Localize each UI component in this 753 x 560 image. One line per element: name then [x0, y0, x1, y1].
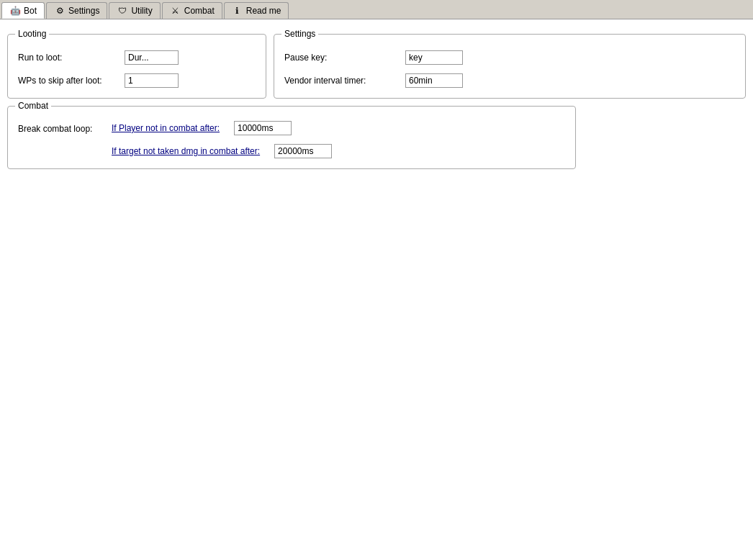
combat-condition-1-row: If Player not in combat after: — [112, 121, 565, 135]
tab-combat-label: Combat — [184, 6, 215, 16]
combat-icon: ⚔ — [170, 5, 181, 17]
tab-readme[interactable]: ℹ Read me — [224, 2, 289, 19]
settings-title: Settings — [281, 29, 318, 39]
settings-icon: ⚙ — [54, 5, 66, 17]
combat-condition-2-row: If target not taken dmg in combat after: — [112, 144, 565, 158]
combat-condition-1-input[interactable] — [234, 121, 292, 135]
wps-to-skip-input[interactable] — [125, 73, 179, 88]
run-to-loot-label: Run to loot: — [18, 53, 119, 63]
looting-title: Looting — [15, 29, 49, 39]
tab-settings-label: Settings — [68, 6, 99, 16]
wps-to-skip-row: WPs to skip after loot: — [18, 73, 256, 88]
tab-readme-label: Read me — [246, 6, 281, 16]
main-content: Looting Run to loot: WPs to skip after l… — [0, 19, 753, 560]
pause-key-input[interactable] — [405, 50, 463, 65]
tab-bot-label: Bot — [24, 6, 37, 16]
vendor-interval-row: Vendor interval timer: — [284, 73, 735, 88]
combat-condition-2-input[interactable] — [274, 144, 332, 158]
top-layout: Looting Run to loot: WPs to skip after l… — [7, 27, 746, 99]
tab-settings[interactable]: ⚙ Settings — [46, 2, 107, 19]
tab-utility-label: Utility — [131, 6, 152, 16]
readme-icon: ℹ — [232, 5, 243, 17]
combat-layout: Break combat loop: If Player not in comb… — [18, 121, 565, 158]
tab-bar: 🤖 Bot ⚙ Settings 🛡 Utility ⚔ Combat ℹ Re… — [0, 0, 753, 19]
combat-condition-1-link[interactable]: If Player not in combat after: — [112, 123, 220, 133]
tab-combat[interactable]: ⚔ Combat — [162, 2, 222, 19]
combat-group: Combat Break combat loop: If Player not … — [7, 106, 576, 169]
combat-title: Combat — [15, 101, 51, 111]
pause-key-row: Pause key: — [284, 50, 735, 65]
wps-to-skip-label: WPs to skip after loot: — [18, 76, 119, 86]
break-combat-label: Break combat loop: — [18, 121, 112, 134]
tab-bot[interactable]: 🤖 Bot — [1, 2, 45, 19]
run-to-loot-input[interactable] — [125, 50, 179, 65]
looting-group: Looting Run to loot: WPs to skip after l… — [7, 34, 266, 99]
tab-utility[interactable]: 🛡 Utility — [109, 2, 160, 19]
run-to-loot-row: Run to loot: — [18, 50, 256, 65]
settings-group: Settings Pause key: Vendor interval time… — [274, 34, 746, 99]
combat-conditions: If Player not in combat after: If target… — [112, 121, 565, 158]
pause-key-label: Pause key: — [284, 53, 400, 63]
utility-icon: 🛡 — [117, 5, 128, 17]
combat-condition-2-link[interactable]: If target not taken dmg in combat after: — [112, 146, 260, 156]
vendor-interval-input[interactable] — [405, 73, 463, 88]
bot-icon: 🤖 — [9, 5, 21, 17]
vendor-interval-label: Vendor interval timer: — [284, 76, 400, 86]
